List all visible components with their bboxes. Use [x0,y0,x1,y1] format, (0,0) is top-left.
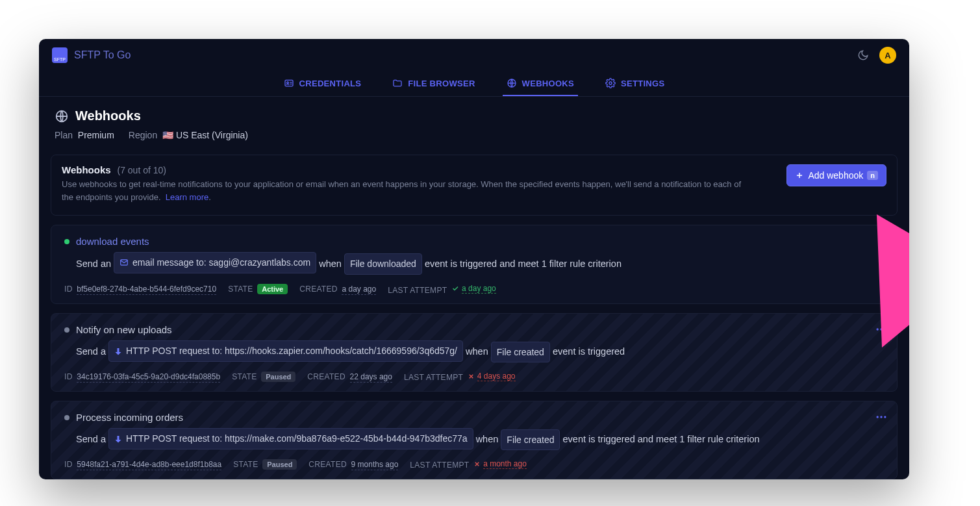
region-label: Region [129,130,157,140]
webhook-name[interactable]: download events [76,236,149,247]
state-badge: Paused [261,372,295,382]
created-label: CREATED [308,460,347,469]
id-value: 34c19176-03fa-45c5-9a20-d9dc4fa0885b [77,372,220,383]
webhooks-section: Webhooks (7 out of 10) Use webhooks to g… [51,155,898,216]
state-badge: Active [257,284,288,294]
globe-icon [55,109,69,123]
plan-value: Premium [78,130,114,140]
webhook-card[interactable]: download events Send an email message to… [51,225,898,304]
action-label: HTTP POST request to: https://make.com/9… [126,430,468,448]
created-label: CREATED [307,372,346,381]
when-label: when [319,259,342,269]
gear-icon [605,78,616,88]
when-label: when [476,435,499,445]
brand-logo: SFTP [52,47,68,63]
sentence-suffix: event is triggered and meet 1 filter rul… [563,435,760,445]
svg-point-10 [880,416,882,418]
event-chip: File downloaded [344,253,422,275]
globe-icon [507,78,517,88]
svg-point-3 [609,82,612,84]
created-label: CREATED [299,285,338,294]
svg-point-8 [884,329,886,331]
status-dot [64,239,69,244]
main-tabs: CREDENTIALS FILE BROWSER WEBHOOKS SETTIN… [39,71,909,97]
last-attempt-value: 4 days ago [477,372,516,381]
tab-label: FILE BROWSER [408,79,475,88]
svg-point-11 [884,416,886,418]
sentence-prefix: Send a [76,347,106,357]
post-icon [114,435,122,443]
action-chip: HTTP POST request to: https://make.com/9… [108,428,473,449]
mail-icon [119,258,129,267]
card-menu-button[interactable] [875,323,888,336]
card-menu-button[interactable] [875,411,888,424]
region-value: US East (Virginia) [176,130,248,140]
status-dot [64,415,69,420]
tab-label: SETTINGS [621,79,664,88]
sentence-prefix: Send a [76,435,106,445]
id-label: ID [64,285,73,294]
svg-point-6 [877,329,879,331]
kbd-shortcut: n [867,171,878,180]
page-title: Webhooks [75,108,141,123]
svg-point-1 [286,82,288,84]
svg-rect-0 [285,80,293,86]
attempt-fail-icon: a month ago [473,459,527,469]
webhook-name[interactable]: Process incoming orders [76,412,183,423]
avatar[interactable]: A [879,47,896,64]
last-attempt-label: LAST ATTEMPT [410,461,469,470]
action-label: email message to: saggi@crazyantlabs.com [132,254,310,272]
created-value: a day ago [342,285,376,295]
attempt-success-icon: a day ago [451,284,496,294]
state-badge: Paused [262,459,297,470]
created-value: 22 days ago [350,372,392,383]
brand[interactable]: SFTP SFTP To Go [52,47,131,63]
action-chip: email message to: saggi@crazyantlabs.com [114,252,316,273]
state-label: STATE [232,372,257,381]
id-value: 5948fa21-a791-4d4e-ad8b-eee1d8f1b8aa [77,460,221,470]
state-label: STATE [233,460,258,469]
status-dot [64,327,69,333]
last-attempt-value: a day ago [462,284,496,294]
dark-mode-icon[interactable] [857,49,869,61]
id-card-icon [284,78,294,88]
tab-credentials[interactable]: CREDENTIALS [280,71,366,96]
add-webhook-label: Add webhook [808,170,863,181]
svg-point-7 [880,329,882,331]
add-webhook-button[interactable]: Add webhook n [786,164,886,186]
learn-more-link[interactable]: Learn more [166,192,208,202]
event-chip: File created [491,342,550,363]
tab-webhooks[interactable]: WEBHOOKS [503,71,578,96]
state-label: STATE [228,285,253,294]
webhook-name[interactable]: Notify on new uploads [76,324,172,335]
last-attempt-label: LAST ATTEMPT [388,285,447,294]
tab-file-browser[interactable]: FILE BROWSER [388,71,479,96]
tab-label: WEBHOOKS [522,79,574,88]
event-chip: File created [501,429,560,451]
last-attempt-value: a month ago [483,459,527,469]
section-description: Use webhooks to get real-time notificati… [62,179,741,202]
plus-icon [795,171,804,180]
webhook-card[interactable]: Notify on new uploads Send a HTTP POST r… [51,313,898,392]
section-title: Webhooks [62,164,111,175]
tab-label: CREDENTIALS [299,79,362,88]
action-chip: HTTP POST request to: https://hooks.zapi… [108,340,463,362]
webhook-card[interactable]: Process incoming orders Send a HTTP POST… [51,401,898,479]
flag-icon: 🇺🇸 [162,130,173,140]
folder-icon [392,78,403,88]
sentence-suffix: event is triggered and meet 1 filter rul… [425,259,622,269]
brand-title: SFTP To Go [74,49,131,61]
tab-settings[interactable]: SETTINGS [601,71,668,96]
svg-point-9 [877,416,879,418]
id-label: ID [64,460,73,469]
post-icon [114,348,122,355]
action-label: HTTP POST request to: https://hooks.zapi… [126,342,457,360]
created-value: 9 months ago [351,460,399,470]
plan-label: Plan [55,130,73,140]
sentence-suffix: event is triggered [553,347,625,357]
section-count: (7 out of 10) [117,165,166,175]
attempt-fail-icon: 4 days ago [468,372,516,381]
sentence-prefix: Send an [76,259,111,269]
when-label: when [466,347,488,357]
last-attempt-label: LAST ATTEMPT [404,373,463,382]
